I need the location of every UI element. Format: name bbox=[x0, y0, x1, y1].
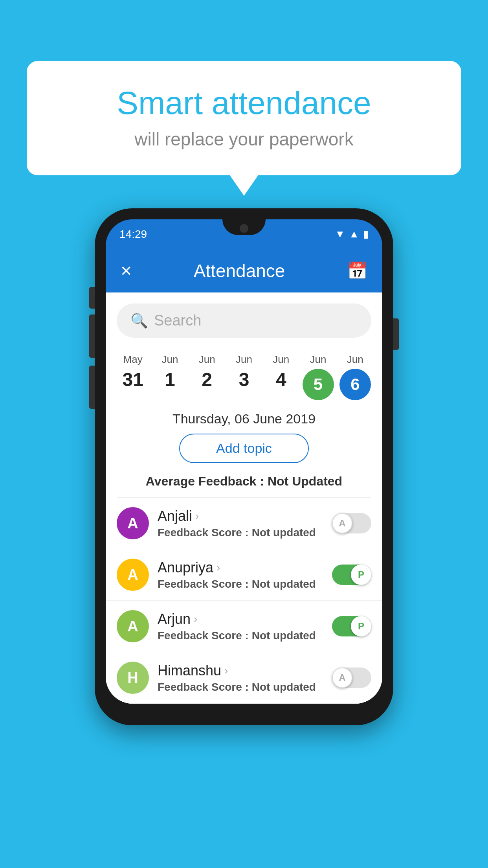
feedback-value-anjali: Not updated bbox=[252, 526, 316, 539]
avatar-himanshu: H bbox=[117, 662, 149, 694]
avg-feedback-value: Not Updated bbox=[268, 474, 342, 488]
header-title: Attendance bbox=[194, 260, 285, 281]
date-cell-jun1[interactable]: Jun 1 bbox=[152, 353, 187, 400]
student-name-anjali: Anjali bbox=[158, 508, 192, 524]
status-bar: 14:29 ▼ ▲ ▮ bbox=[106, 219, 382, 249]
add-topic-button[interactable]: Add topic bbox=[179, 434, 309, 463]
student-info-himanshu: Himanshu › Feedback Score : Not updated bbox=[158, 662, 323, 693]
notch bbox=[222, 219, 266, 235]
avatar-anjali: A bbox=[117, 507, 149, 539]
avatar-arjun: A bbox=[117, 610, 149, 642]
toggle-anjali[interactable]: A bbox=[332, 513, 371, 533]
chevron-icon: › bbox=[195, 510, 199, 522]
student-info-arjun: Arjun › Feedback Score : Not updated bbox=[158, 611, 323, 642]
avg-feedback-prefix: Average Feedback : bbox=[146, 474, 268, 488]
feedback-label: Feedback Score : bbox=[158, 526, 252, 539]
feedback-value-anupriya: Not updated bbox=[252, 578, 316, 590]
student-name-arjun: Arjun bbox=[158, 611, 191, 627]
toggle-arjun[interactable]: P bbox=[332, 616, 371, 636]
date-cell-jun3[interactable]: Jun 3 bbox=[226, 353, 262, 400]
student-name-anupriya: Anupriya bbox=[158, 559, 213, 576]
feedback-label: Feedback Score : bbox=[158, 629, 252, 642]
toggle-anupriya[interactable]: P bbox=[332, 565, 371, 585]
calendar-icon[interactable]: 📅 bbox=[347, 261, 367, 280]
feedback-label: Feedback Score : bbox=[158, 578, 252, 590]
battery-icon: ▮ bbox=[363, 228, 369, 240]
student-item-arjun: A Arjun › Feedback Score : Not updated P bbox=[106, 601, 382, 652]
phone-body: 14:29 ▼ ▲ ▮ × Attendance 📅 🔍 Search Ma bbox=[95, 208, 393, 725]
avatar-anupriya: A bbox=[117, 559, 149, 591]
status-icons: ▼ ▲ ▮ bbox=[335, 228, 369, 240]
feedback-value-arjun: Not updated bbox=[252, 629, 316, 642]
student-item-anupriya: A Anupriya › Feedback Score : Not update… bbox=[106, 549, 382, 601]
close-button[interactable]: × bbox=[121, 260, 132, 281]
date-cell-jun5[interactable]: Jun 5 bbox=[301, 353, 336, 400]
selected-date-label: Thursday, 06 June 2019 bbox=[106, 411, 382, 427]
speech-bubble: Smart attendance will replace your paper… bbox=[27, 61, 461, 175]
search-bar[interactable]: 🔍 Search bbox=[117, 303, 371, 338]
student-name-himanshu: Himanshu bbox=[158, 662, 221, 679]
avg-feedback: Average Feedback : Not Updated bbox=[106, 474, 382, 489]
speech-bubble-container: Smart attendance will replace your paper… bbox=[27, 61, 461, 175]
volume-up-button bbox=[89, 314, 95, 358]
power-button bbox=[393, 318, 399, 350]
date-cell-jun2[interactable]: Jun 2 bbox=[189, 353, 225, 400]
feedback-label: Feedback Score : bbox=[158, 681, 252, 693]
chevron-icon: › bbox=[224, 664, 228, 677]
date-cell-jun6[interactable]: Jun 6 bbox=[338, 353, 373, 400]
date-row: May 31 Jun 1 Jun 2 Jun 3 Jun 4 bbox=[106, 346, 382, 400]
bubble-title: Smart attendance bbox=[58, 85, 430, 121]
chevron-icon: › bbox=[194, 613, 197, 625]
date-cell-jun4[interactable]: Jun 4 bbox=[263, 353, 299, 400]
toggle-himanshu[interactable]: A bbox=[332, 668, 371, 688]
phone-container: 14:29 ▼ ▲ ▮ × Attendance 📅 🔍 Search Ma bbox=[95, 208, 393, 725]
search-placeholder: Search bbox=[154, 312, 201, 329]
phone-screen: 🔍 Search May 31 Jun 1 Jun 2 Jun bbox=[106, 292, 382, 704]
student-item-himanshu: H Himanshu › Feedback Score : Not update… bbox=[106, 652, 382, 704]
status-time: 14:29 bbox=[119, 228, 147, 241]
student-info-anupriya: Anupriya › Feedback Score : Not updated bbox=[158, 559, 323, 590]
signal-icon: ▲ bbox=[349, 228, 359, 240]
feedback-value-himanshu: Not updated bbox=[252, 681, 316, 693]
bubble-subtitle: will replace your paperwork bbox=[58, 129, 430, 150]
app-header: × Attendance 📅 bbox=[106, 249, 382, 292]
wifi-icon: ▼ bbox=[335, 228, 345, 240]
side-button-left-1 bbox=[89, 287, 95, 309]
student-item-anjali: A Anjali › Feedback Score : Not updated … bbox=[106, 498, 382, 549]
chevron-icon: › bbox=[216, 561, 220, 574]
search-icon: 🔍 bbox=[130, 313, 148, 329]
camera-dot bbox=[240, 224, 248, 233]
student-info-anjali: Anjali › Feedback Score : Not updated bbox=[158, 508, 323, 539]
date-cell-may31[interactable]: May 31 bbox=[115, 353, 150, 400]
volume-down-button bbox=[89, 366, 95, 409]
